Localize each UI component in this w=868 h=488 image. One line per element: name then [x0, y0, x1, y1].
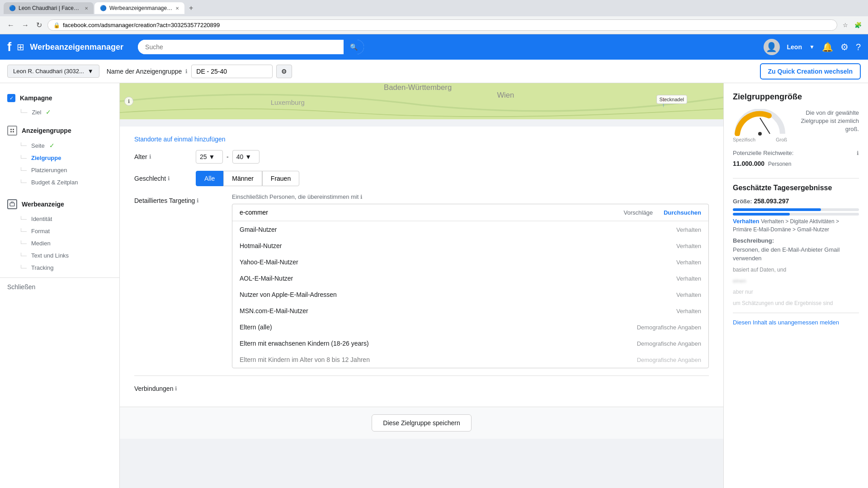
search-button[interactable]: 🔍 [344, 40, 364, 54]
add-locations-link[interactable]: Standorte auf einmal hinzufügen [134, 136, 709, 143]
budget-label: Budget & Zeitplan [31, 179, 78, 186]
gender-alle-button[interactable]: Alle [196, 171, 223, 186]
targeting-search-container: Vorschläge Durchsuchen Gmail-Nutzer Verh… [232, 204, 709, 368]
close-button[interactable]: Schließen [0, 277, 119, 296]
ad-group-info-icon[interactable]: ℹ [185, 68, 188, 75]
save-button[interactable]: Diese Zielgruppe speichern [372, 414, 471, 432]
age-separator: - [226, 153, 229, 160]
targeting-item-1[interactable]: Hotmail-Nutzer Verhalten [232, 238, 708, 254]
targeting-item-5[interactable]: MSN.com-E-Mail-Nutzer Verhalten [232, 303, 708, 319]
browser-tab-2[interactable]: 🔵 Werbeanzeigenmanager – Cre... ✕ [94, 2, 184, 14]
sidebar-tracking-item[interactable]: └─ Tracking [0, 262, 119, 274]
verbindungen-info-icon[interactable]: ℹ [175, 385, 177, 392]
ad-group-gear-button[interactable]: ⚙ [276, 65, 292, 78]
extensions-icon[interactable]: 🧩 [854, 21, 863, 30]
age-max-select[interactable]: 40 ▼ [232, 150, 259, 164]
tab2-close[interactable]: ✕ [175, 6, 179, 11]
avatar: 👤 [764, 39, 780, 55]
targeting-search-input[interactable] [236, 206, 620, 219]
tab2-favicon: 🔵 [100, 5, 107, 11]
targeting-item-3[interactable]: AOL-E-Mail-Nutzer Verhalten [232, 270, 708, 286]
gender-frauen-button[interactable]: Frauen [262, 171, 299, 186]
targeting-item-4[interactable]: Nutzer von Apple-E-Mail-Adressen Verhalt… [232, 286, 708, 303]
sidebar-text-item[interactable]: └─ Text und Links [0, 249, 119, 262]
browser-tab-1[interactable]: 🔵 Leon Chaudhari | Facebook ✕ [4, 2, 94, 14]
bar-fill-2 [733, 213, 790, 216]
tracking-dash: └─ [19, 265, 27, 271]
gender-buttons: Alle Männer Frauen [196, 171, 299, 186]
ziel-dash: └─ [19, 109, 27, 116]
back-button[interactable]: ← [5, 19, 16, 31]
geschlecht-info-icon[interactable]: ℹ [168, 175, 170, 182]
kampagne-label: Kampagne [20, 94, 52, 102]
durchsuchen-button[interactable]: Durchsuchen [660, 207, 705, 218]
sidebar-seite-item[interactable]: └─ Seite ✓ [0, 139, 119, 152]
dropdown-arrow[interactable]: ▼ [809, 44, 815, 50]
reach-value-row: 11.000.000 Personen [733, 160, 859, 167]
vorschlaege-button[interactable]: Vorschläge [620, 207, 656, 218]
tab1-favicon: 🔵 [9, 5, 16, 11]
targeting-info-icon[interactable]: ℹ [197, 197, 199, 204]
kampagne-checkbox: ✓ [7, 94, 15, 102]
targeting-include-label: Einschließlich Personen, die übereinstim… [232, 193, 709, 200]
daily-results-section: Geschätzte Tagesergebnisse Größe: 258.09… [733, 184, 859, 326]
sidebar-kampagne-item[interactable]: ✓ Kampagne [0, 90, 119, 106]
tab2-label: Werbeanzeigenmanager – Cre... [109, 5, 173, 11]
notification-icon[interactable]: 🔔 [822, 42, 833, 52]
forward-button[interactable]: → [20, 19, 31, 31]
targeting-item-7[interactable]: Eltern mit erwachsenen Kindern (18-26 ye… [232, 335, 708, 352]
targeting-item-6[interactable]: Eltern (alle) Demografische Angaben [232, 319, 708, 335]
browser-nav: ← → ↻ 🔒 ☆ 🧩 [0, 16, 868, 34]
report-link[interactable]: Diesen Inhalt als unangemessen melden [733, 319, 839, 326]
sidebar-identitaet-item[interactable]: └─ Identität [0, 213, 119, 225]
ad-group-name-input[interactable] [191, 65, 273, 78]
account-selector[interactable]: Leon R. Chaudhari (3032... ▼ [7, 65, 99, 78]
reach-unit: Personen [768, 161, 791, 167]
main-layout: ✓ Kampagne └─ Ziel ✓ Anzeigengruppe └─ S… [0, 83, 868, 488]
geschlecht-label: Geschlecht ℹ [134, 175, 189, 182]
medien-label: Medien [31, 240, 51, 247]
identitaet-label: Identität [31, 216, 52, 222]
quick-creation-button[interactable]: Zu Quick Creation wechseln [760, 63, 861, 80]
age-inputs: 25 ▼ - 40 ▼ [196, 150, 259, 164]
sidebar-werbeanzeige-item[interactable]: Werbeanzeige [0, 196, 119, 213]
behavior-path: Verhalten Verhalten > Digitale Aktivität… [733, 217, 859, 234]
sidebar-platzierungen-item[interactable]: └─ Platzierungen [0, 164, 119, 176]
sidebar-ziel-item[interactable]: └─ Ziel ✓ [0, 106, 119, 118]
sidebar-anzeigengruppe-item[interactable]: Anzeigengruppe [0, 122, 119, 139]
search-input[interactable] [138, 40, 344, 54]
sidebar-format-item[interactable]: └─ Format [0, 225, 119, 237]
svg-line-9 [760, 118, 770, 134]
alter-info-icon[interactable]: ℹ [149, 154, 151, 160]
tab1-close[interactable]: ✕ [85, 6, 88, 11]
age-min-select[interactable]: 25 ▼ [196, 150, 223, 164]
sidebar-medien-item[interactable]: └─ Medien [0, 237, 119, 249]
targeting-item-2[interactable]: Yahoo-E-Mail-Nutzer Verhalten [232, 254, 708, 270]
platzierungen-label: Platzierungen [31, 167, 67, 174]
svg-point-10 [758, 132, 762, 136]
form-container: Standorte auf einmal hinzufügen Alter ℹ … [120, 127, 723, 407]
werbeanzeige-icon [7, 199, 17, 209]
gender-maenner-button[interactable]: Männer [223, 171, 262, 186]
svg-rect-4 [10, 203, 14, 206]
sidebar-zielgruppe-item[interactable]: └─ Zielgruppe [0, 152, 119, 164]
map-info-icon[interactable]: ℹ [124, 97, 133, 106]
refresh-button[interactable]: ↻ [34, 19, 44, 31]
sidebar-kampagne-section: ✓ Kampagne └─ Ziel ✓ [0, 90, 119, 118]
left-sidebar: ✓ Kampagne └─ Ziel ✓ Anzeigengruppe └─ S… [0, 83, 120, 488]
browser-tabs: 🔵 Leon Chaudhari | Facebook ✕ 🔵 Werbeanz… [4, 2, 864, 14]
new-tab-button[interactable]: + [185, 2, 197, 14]
targeting-item-8[interactable]: Eltern mit Kindern im Alter von 8 bis 12… [232, 352, 708, 368]
sidebar-budget-item[interactable]: └─ Budget & Zeitplan [0, 176, 119, 188]
reach-info-icon[interactable]: ℹ [857, 150, 859, 156]
url-input[interactable] [63, 22, 831, 28]
star-icon[interactable]: ☆ [841, 21, 850, 30]
grid-icon[interactable]: ⊞ [17, 42, 24, 52]
zielgruppe-label: Zielgruppe [31, 155, 61, 161]
settings-icon[interactable]: ⚙ [840, 42, 849, 52]
anzeigengruppe-checkbox [7, 126, 17, 136]
help-icon[interactable]: ? [856, 42, 861, 52]
bar-2 [733, 213, 859, 216]
targeting-include-info-icon[interactable]: ℹ [360, 194, 363, 200]
targeting-item-0[interactable]: Gmail-Nutzer Verhalten [232, 221, 708, 238]
